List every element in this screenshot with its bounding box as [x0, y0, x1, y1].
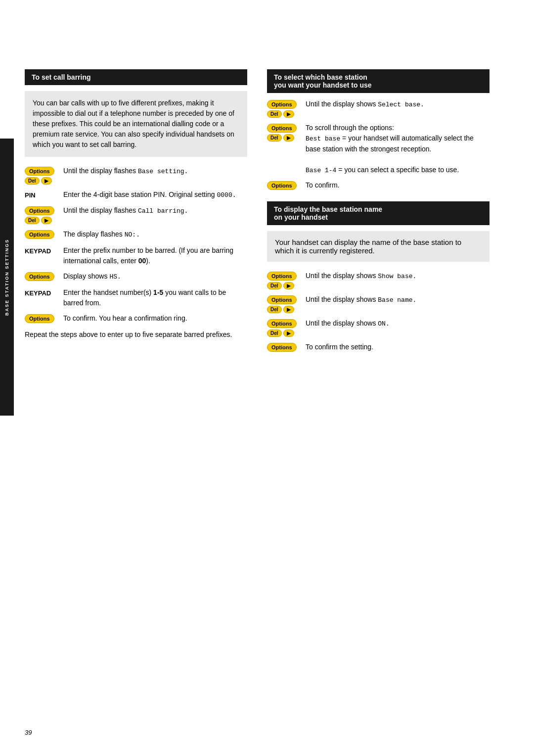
nav-del-row-r2: Del ▶	[267, 134, 294, 142]
del-button-3[interactable]: Del	[25, 217, 40, 224]
left-step-6-icon: Options	[25, 272, 59, 283]
right-section2-intro-box: Your handset can display the name of the…	[267, 231, 490, 262]
right-s1-step-1-icon: Options Del ▶	[267, 100, 302, 118]
nav-del-row-r4: Del ▶	[267, 282, 294, 289]
arrow-button-r2[interactable]: ▶	[283, 134, 294, 142]
left-step-7: KEYPAD Enter the handset number(s) 1-5 y…	[25, 287, 247, 308]
left-step-2-text: Enter the 4-digit base station PIN. Orig…	[63, 189, 247, 200]
right-section1-heading: To select which base station you want yo…	[267, 69, 490, 93]
right-s1-step-3-text: To confirm.	[306, 180, 490, 190]
right-s2-step-3-icon: Options Del ▶	[267, 319, 302, 337]
right-s2-step-4-icon: Options	[267, 343, 302, 353]
pin-label: PIN	[25, 191, 36, 199]
arrow-button-r1[interactable]: ▶	[283, 110, 294, 118]
right-section2-title-line1: To display the base station name	[274, 205, 382, 213]
left-step-4-text: The display flashes NO:.	[63, 229, 247, 240]
sidebar-label: BASE STATION SETTINGS	[0, 139, 14, 416]
left-step-7-icon: KEYPAD	[25, 288, 59, 297]
nav-del-row-r1: Del ▶	[267, 110, 294, 118]
right-s2-step-4: Options To confirm the setting.	[267, 342, 490, 353]
arrow-button-r4[interactable]: ▶	[283, 282, 294, 289]
main-content: To set call barring You can bar calls wi…	[15, 40, 534, 358]
right-s2-step-2: Options Del ▶ Until the display shows Ba…	[267, 294, 490, 313]
left-step-8: Options To confirm. You hear a confirmat…	[25, 313, 247, 325]
right-s2-step-3: Options Del ▶ Until the display shows ON…	[267, 318, 490, 337]
options-button-r7[interactable]: Options	[267, 343, 297, 352]
right-section1-title-line2: you want your handset to use	[274, 81, 372, 89]
right-s2-step-2-text: Until the display shows Base name.	[306, 294, 490, 305]
right-s1-step-2-text: To scroll through the options: Best base…	[306, 123, 490, 175]
arrow-button-3[interactable]: ▶	[41, 217, 52, 224]
left-section-title-text: To set call barring	[32, 73, 91, 81]
right-s2-step-1-icon: Options Del ▶	[267, 272, 302, 289]
right-s1-step-3: Options To confirm.	[267, 180, 490, 191]
left-step-8-text: To confirm. You hear a confirmation ring…	[63, 313, 247, 324]
right-s1-step-1: Options Del ▶ Until the display shows Se…	[267, 99, 490, 118]
right-s2-step-4-text: To confirm the setting.	[306, 342, 490, 352]
right-column: To select which base station you want yo…	[257, 69, 499, 358]
options-button-r1[interactable]: Options	[267, 100, 297, 109]
page-wrapper: BASE STATION SETTINGS To set call barrin…	[0, 0, 534, 756]
left-step-6-text: Display shows HS.	[63, 271, 247, 282]
left-step-8-icon: Options	[25, 314, 59, 325]
arrow-button-r6[interactable]: ▶	[283, 330, 294, 337]
options-button-r3[interactable]: Options	[267, 181, 297, 190]
left-step-4-icon: Options	[25, 230, 59, 240]
nav-del-row-1: Del ▶	[25, 177, 52, 185]
nav-del-row-r5: Del ▶	[267, 306, 294, 313]
sidebar-label-text: BASE STATION SETTINGS	[4, 238, 9, 315]
right-s2-step-1: Options Del ▶ Until the display shows Sh…	[267, 271, 490, 289]
right-s1-step-2: Options Del ▶ To scroll through the opti…	[267, 123, 490, 175]
right-section2-title-line2: on your handset	[274, 213, 328, 221]
right-section1-title-line1: To select which base station	[274, 73, 367, 81]
left-step-5-icon: KEYPAD	[25, 246, 59, 255]
del-button-r1[interactable]: Del	[267, 110, 282, 118]
del-button-1[interactable]: Del	[25, 177, 40, 185]
left-step-1: Options Del ▶ Until the display flashes …	[25, 166, 247, 185]
left-step-4: Options The display flashes NO:.	[25, 229, 247, 240]
right-s1-step-3-icon: Options	[267, 181, 302, 191]
options-button-8[interactable]: Options	[25, 314, 54, 323]
left-step-3-text: Until the display flashes Call barring.	[63, 205, 247, 216]
right-s1-step-1-text: Until the display shows Select base.	[306, 99, 490, 110]
arrow-button-1[interactable]: ▶	[41, 177, 52, 185]
options-button-r6[interactable]: Options	[267, 319, 297, 328]
options-button-r5[interactable]: Options	[267, 295, 297, 304]
left-step-3-icon: Options Del ▶	[25, 206, 59, 224]
left-section-heading: To set call barring	[25, 69, 247, 85]
left-intro-text: You can bar calls with up to five differ…	[33, 98, 239, 150]
options-button-r4[interactable]: Options	[267, 272, 297, 281]
left-column: To set call barring You can bar calls wi…	[15, 69, 257, 358]
keypad-label-2: KEYPAD	[25, 289, 51, 297]
page-number: 39	[25, 729, 32, 736]
left-step-1-text: Until the display flashes Base setting.	[63, 166, 247, 177]
page-number-text: 39	[25, 729, 32, 736]
right-s1-step-2-icon: Options Del ▶	[267, 124, 302, 142]
options-button-4[interactable]: Options	[25, 230, 54, 239]
left-step-5: KEYPAD Enter the prefix number to be bar…	[25, 245, 247, 266]
del-button-r5[interactable]: Del	[267, 306, 282, 313]
left-step-5-text: Enter the prefix number to be barred. (I…	[63, 245, 247, 266]
options-button-3[interactable]: Options	[25, 206, 54, 215]
right-section2-intro-text: Your handset can display the name of the…	[275, 238, 482, 255]
left-repeat-text: Repeat the steps above to enter up to fi…	[25, 330, 247, 340]
del-button-r6[interactable]: Del	[267, 330, 282, 337]
left-step-6: Options Display shows HS.	[25, 271, 247, 283]
right-s2-step-3-text: Until the display shows ON.	[306, 318, 490, 329]
keypad-label-1: KEYPAD	[25, 247, 51, 255]
left-step-2: PIN Enter the 4-digit base station PIN. …	[25, 189, 247, 200]
left-step-2-icon: PIN	[25, 190, 59, 199]
options-button-6[interactable]: Options	[25, 272, 54, 281]
left-repeat-text-span: Repeat the steps above to enter up to fi…	[25, 331, 232, 338]
arrow-button-r5[interactable]: ▶	[283, 306, 294, 313]
options-button-1[interactable]: Options	[25, 167, 54, 176]
right-s2-step-2-icon: Options Del ▶	[267, 295, 302, 313]
del-button-r2[interactable]: Del	[267, 134, 282, 142]
nav-del-row-3: Del ▶	[25, 217, 52, 224]
right-section2-heading: To display the base station name on your…	[267, 201, 490, 225]
right-s2-step-1-text: Until the display shows Show base.	[306, 271, 490, 282]
left-step-3: Options Del ▶ Until the display flashes …	[25, 205, 247, 224]
options-button-r2[interactable]: Options	[267, 124, 297, 133]
left-step-1-icon: Options Del ▶	[25, 167, 59, 185]
del-button-r4[interactable]: Del	[267, 282, 282, 289]
